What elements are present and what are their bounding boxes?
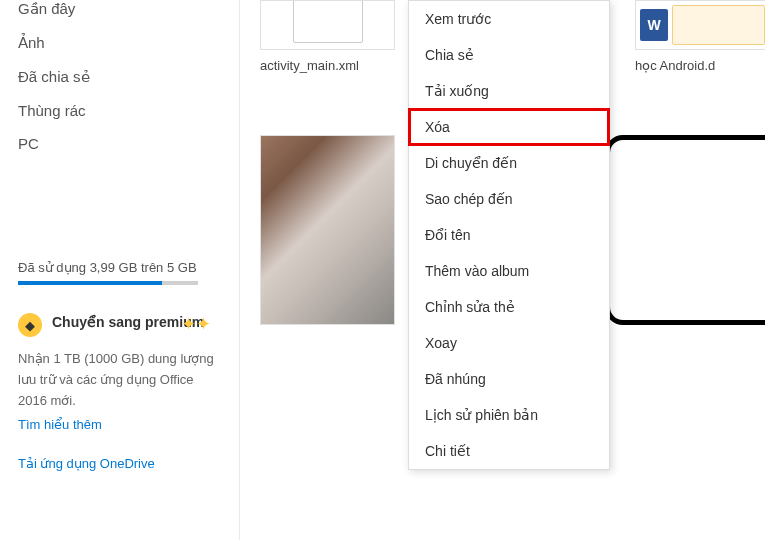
nav-shared[interactable]: Đã chia sẻ [18,60,221,94]
sidebar: Gần đây Ảnh Đã chia sẻ Thùng rác PC Đã s… [0,0,240,540]
nav-pc[interactable]: PC [18,127,221,160]
sparkle-icon: ✦✦ [181,313,211,335]
menu-details[interactable]: Chi tiết [409,433,609,469]
menu-rotate[interactable]: Xoay [409,325,609,361]
word-icon: W [640,9,668,41]
file-thumb [260,0,395,50]
download-onedrive-link[interactable]: Tải ứng dụng OneDrive [18,456,221,471]
word-chart-icon [672,5,765,45]
image-thumbnail [261,136,394,324]
menu-copy-to[interactable]: Sao chép đến [409,181,609,217]
file-item-word[interactable]: W học Android.d [635,0,745,73]
xml-doc-icon [293,0,363,43]
device-frame [605,135,765,325]
menu-move-to[interactable]: Di chuyển đến [409,145,609,181]
file-thumb: W [635,0,765,50]
menu-add-to-album[interactable]: Thêm vào album [409,253,609,289]
file-name: activity_main.xml [260,58,395,73]
file-name: học Android.d [635,58,745,73]
premium-box: ◆ Chuyển sang premium ✦✦ Nhận 1 TB (1000… [18,313,221,471]
nav-photos[interactable]: Ảnh [18,26,221,60]
menu-share[interactable]: Chia sẻ [409,37,609,73]
menu-edit-tags[interactable]: Chỉnh sửa thẻ [409,289,609,325]
nav-recent[interactable]: Gần đây [18,0,221,26]
menu-delete[interactable]: Xóa [409,109,609,145]
menu-rename[interactable]: Đổi tên [409,217,609,253]
storage-section: Đã sử dụng 3,99 GB trên 5 GB [18,260,221,285]
premium-description: Nhận 1 TB (1000 GB) dung lượng lưu trữ v… [18,349,221,411]
storage-text: Đã sử dụng 3,99 GB trên 5 GB [18,260,221,281]
context-menu: Xem trước Chia sẻ Tải xuống Xóa Di chuyể… [408,0,610,470]
file-item-xml[interactable]: activity_main.xml [260,0,395,73]
menu-download[interactable]: Tải xuống [409,73,609,109]
menu-version-history[interactable]: Lịch sử phiên bản [409,397,609,433]
diamond-icon: ◆ [18,313,42,337]
menu-preview[interactable]: Xem trước [409,1,609,37]
storage-bar [18,281,198,285]
image-file-item[interactable] [260,135,395,325]
storage-bar-fill [18,281,162,285]
learn-more-link[interactable]: Tìm hiểu thêm [18,417,221,432]
menu-embed[interactable]: Đã nhúng [409,361,609,397]
nav-trash[interactable]: Thùng rác [18,94,221,127]
